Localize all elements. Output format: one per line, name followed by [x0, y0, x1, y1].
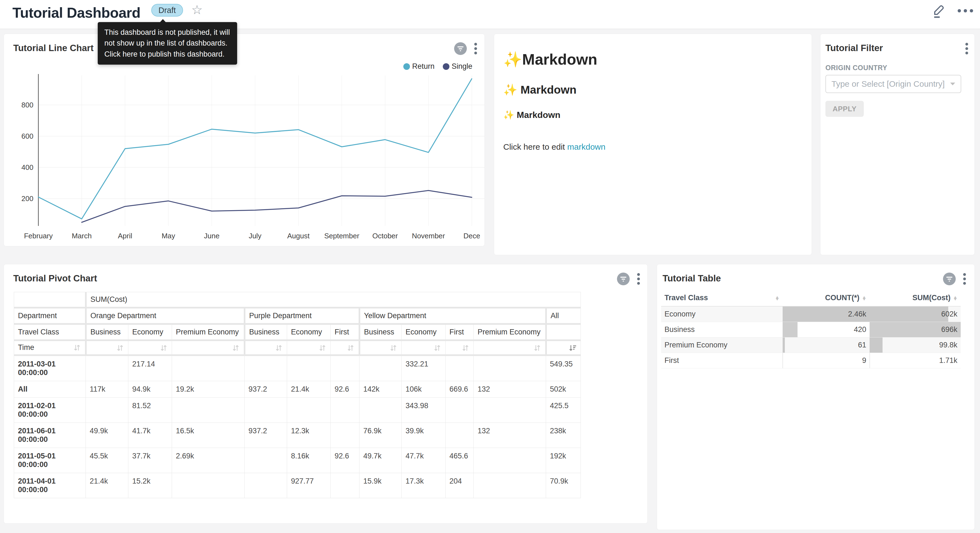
- table-row[interactable]: Premium Economy 61 99.8k: [661, 337, 961, 353]
- pivot-group-header: All: [546, 308, 581, 324]
- pivot-header-row: DepartmentOrange DepartmentPurple Depart…: [14, 308, 581, 324]
- pivot-cell: [445, 397, 474, 423]
- pivot-cell: 465.6: [445, 448, 474, 473]
- pivot-cell: [172, 397, 245, 423]
- pivot-cell: [172, 355, 245, 381]
- pivot-cell: 92.6: [331, 448, 360, 473]
- data-table: Travel Class▲▼ COUNT(*)▲▼ SUM(Cost)▲▼ Ec…: [661, 290, 961, 369]
- pivot-cell: [245, 355, 287, 381]
- pivot-header-row: SUM(Cost): [14, 292, 581, 308]
- pivot-cell: 39.9k: [402, 423, 445, 448]
- pivot-cell: [474, 355, 546, 381]
- sort-inactive-icon[interactable]: [347, 344, 355, 352]
- pivot-cell: [287, 397, 331, 423]
- pivot-cell: [331, 397, 360, 423]
- draft-status-badge[interactable]: Draft: [151, 4, 183, 17]
- cell-count: 420: [783, 322, 870, 337]
- filter-panel-title: Tutorial Filter: [826, 43, 883, 53]
- pivot-cell: 12.3k: [287, 423, 331, 448]
- pivot-row-label: All: [14, 381, 86, 397]
- svg-text:800: 800: [22, 101, 33, 109]
- svg-text:October: October: [372, 232, 398, 240]
- sort-inactive-icon[interactable]: [116, 344, 124, 352]
- sort-inactive-icon[interactable]: [433, 344, 441, 352]
- col-header-sum-cost[interactable]: SUM(Cost)▲▼: [870, 290, 961, 306]
- cell-sum: 696k: [870, 322, 961, 337]
- svg-text:June: June: [204, 232, 220, 240]
- pivot-cell: 21.4k: [86, 473, 128, 498]
- pivot-metric-label: SUM(Cost): [86, 292, 581, 308]
- pivot-group-header: Orange Department: [86, 308, 245, 324]
- pivot-col-header: Business: [360, 324, 402, 340]
- kebab-menu-icon[interactable]: [965, 42, 969, 56]
- page-title: Tutorial Dashboard: [13, 5, 140, 21]
- apply-button[interactable]: APPLY: [826, 101, 864, 117]
- caret-sort-icon[interactable]: ▲▼: [775, 296, 780, 300]
- kebab-menu-icon[interactable]: [637, 273, 640, 286]
- pivot-cell: 15.9k: [360, 473, 402, 498]
- pivot-cell: 15.2k: [128, 473, 172, 498]
- filter-badge-icon[interactable]: [943, 273, 956, 286]
- pivot-cell: 117k: [86, 381, 128, 397]
- table-row[interactable]: First 9 1.71k: [661, 353, 961, 368]
- pivot-cell: [445, 355, 474, 381]
- pivot-cell: [474, 448, 546, 473]
- sort-inactive-icon[interactable]: [389, 344, 398, 352]
- pivot-cell: [445, 423, 474, 448]
- unpublished-tooltip: This dashboard is not published, it will…: [98, 22, 237, 65]
- sort-inactive-icon[interactable]: [533, 344, 541, 352]
- pivot-cell: 45.5k: [86, 448, 128, 473]
- pivot-cell: [474, 473, 546, 498]
- kebab-menu-icon[interactable]: [963, 273, 966, 286]
- pivot-data-row: 2011-02-01 00:00:0081.52343.98425.5: [14, 397, 581, 423]
- sort-inactive-icon[interactable]: [318, 344, 326, 352]
- pivot-data-row: All117k94.9k19.2k937.221.4k92.6142k106k6…: [14, 381, 581, 397]
- caret-sort-icon[interactable]: ▲▼: [862, 296, 867, 300]
- pivot-cell: 92.6: [331, 381, 360, 397]
- col-header-travel-class[interactable]: Travel Class▲▼: [661, 290, 783, 306]
- pivot-cell: [474, 397, 546, 423]
- svg-text:August: August: [287, 232, 310, 240]
- sort-inactive-icon[interactable]: [73, 343, 81, 352]
- pivot-cell: 49.9k: [86, 423, 128, 448]
- pivot-cell: [360, 355, 402, 381]
- pivot-cell: [172, 473, 245, 498]
- table-row[interactable]: Economy 2.46k 602k: [661, 306, 961, 322]
- sort-inactive-icon[interactable]: [461, 344, 469, 352]
- sort-inactive-icon[interactable]: [232, 344, 240, 352]
- pivot-cell: 49.7k: [360, 448, 402, 473]
- sort-inactive-icon[interactable]: [275, 344, 283, 352]
- filter-panel: Tutorial Filter ORIGIN COUNTRY Type or S…: [821, 34, 974, 255]
- edit-pencil-icon[interactable]: [932, 3, 946, 20]
- pivot-cell: 19.2k: [172, 381, 245, 397]
- col-header-count[interactable]: COUNT(*)▲▼: [783, 290, 870, 306]
- pivot-table: SUM(Cost)DepartmentOrange DepartmentPurp…: [14, 292, 581, 498]
- pivot-cell: 204: [445, 473, 474, 498]
- pivot-cell: 132: [474, 381, 546, 397]
- svg-text:200: 200: [22, 195, 33, 203]
- svg-text:600: 600: [22, 132, 33, 140]
- pivot-cell: 343.98: [402, 397, 445, 423]
- pivot-col-dim: Travel Class: [14, 324, 86, 340]
- cell-sum: 602k: [870, 306, 961, 322]
- pivot-cell: 669.6: [445, 381, 474, 397]
- pivot-cell: 8.16k: [287, 448, 331, 473]
- caret-sort-icon[interactable]: ▲▼: [953, 296, 958, 300]
- origin-country-select[interactable]: Type or Select [Origin Country]: [826, 75, 961, 93]
- table-row[interactable]: Business 420 696k: [661, 322, 961, 337]
- line-chart[interactable]: 200400600800FebruaryMarchAprilMayJuneJul…: [4, 34, 484, 246]
- favorite-star-icon[interactable]: ☆: [191, 2, 203, 17]
- pivot-cell: [245, 397, 287, 423]
- pivot-chart-title: Tutorial Pivot Chart: [13, 273, 97, 284]
- markdown-link[interactable]: markdown: [567, 142, 605, 152]
- pivot-cell: [86, 355, 128, 381]
- sort-desc-active-icon[interactable]: [568, 344, 577, 352]
- pivot-col-header: First: [445, 324, 474, 340]
- pivot-cell: 332.21: [402, 355, 445, 381]
- filter-badge-icon[interactable]: [617, 273, 630, 286]
- pivot-row-label: 2011-02-01 00:00:00: [14, 397, 86, 423]
- sort-inactive-icon[interactable]: [159, 344, 168, 352]
- cell-travel-class: Economy: [661, 306, 783, 322]
- more-horizontal-icon[interactable]: [957, 8, 974, 14]
- pivot-col-header: Economy: [128, 324, 172, 340]
